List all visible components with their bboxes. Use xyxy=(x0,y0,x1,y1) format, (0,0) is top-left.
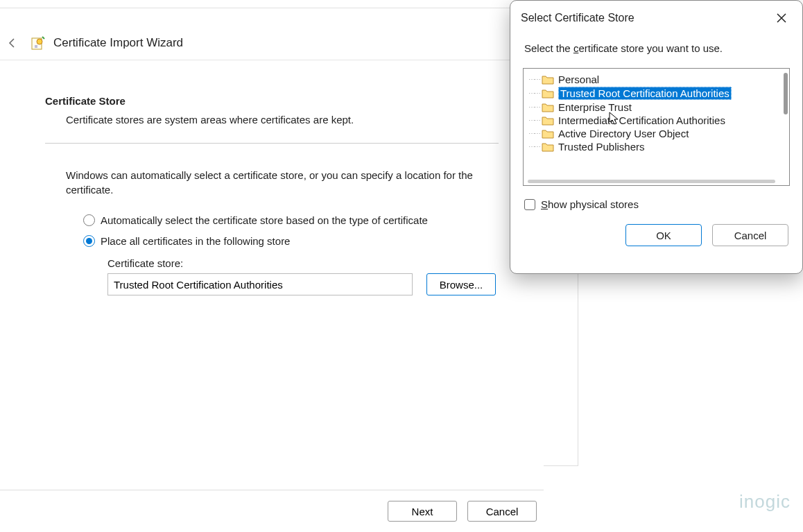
tree-item[interactable]: ⋯⋯Active Directory User Object xyxy=(526,127,786,140)
tree-item-label: Trusted Publishers xyxy=(558,141,645,153)
browse-button[interactable]: Browse... xyxy=(426,273,496,295)
radio-auto-select[interactable]: Automatically select the certificate sto… xyxy=(83,214,499,226)
store-tree[interactable]: ⋯⋯Personal⋯⋯Trusted Root Certification A… xyxy=(523,68,790,186)
radio-auto-label: Automatically select the certificate sto… xyxy=(101,214,428,226)
svg-point-1 xyxy=(37,39,42,44)
tree-item-label: Personal xyxy=(558,74,599,85)
tree-item[interactable]: ⋯⋯Intermediate Certification Authorities xyxy=(526,114,786,127)
certificate-import-wizard: Certificate Import Wizard Certificate St… xyxy=(0,26,544,532)
wizard-header: Certificate Import Wizard xyxy=(0,26,544,60)
dialog-title: Select Certificate Store xyxy=(521,12,634,24)
wizard-title: Certificate Import Wizard xyxy=(53,36,183,50)
wizard-body: Certificate Store Certificate stores are… xyxy=(0,60,544,295)
folder-icon xyxy=(542,129,554,139)
tree-item-label: Trusted Root Certification Authorities xyxy=(558,87,732,100)
folder-icon xyxy=(542,103,554,112)
folder-icon xyxy=(542,75,554,85)
tree-item-label: Intermediate Certification Authorities xyxy=(558,114,725,126)
horizontal-scrollbar[interactable] xyxy=(528,180,775,183)
radio-place-label: Place all certificates in the following … xyxy=(101,235,290,247)
back-arrow-icon[interactable] xyxy=(6,36,19,50)
radio-icon xyxy=(83,214,95,226)
close-icon[interactable] xyxy=(771,8,792,28)
dialog-footer: OK Cancel xyxy=(510,210,802,257)
vertical-scrollbar[interactable] xyxy=(784,73,788,114)
ok-button[interactable]: OK xyxy=(625,224,702,246)
radio-group: Automatically select the certificate sto… xyxy=(45,214,499,247)
certificate-store-input[interactable] xyxy=(107,273,413,295)
dialog-cancel-button[interactable]: Cancel xyxy=(712,224,788,246)
next-button[interactable]: Next xyxy=(388,501,457,522)
folder-icon xyxy=(542,89,554,98)
tree-item[interactable]: ⋯⋯Trusted Publishers xyxy=(526,140,786,153)
section-divider xyxy=(45,143,499,144)
watermark: inogic xyxy=(739,491,791,513)
store-label: Certificate store: xyxy=(107,257,499,269)
select-certificate-store-dialog: Select Certificate Store Select the cert… xyxy=(510,0,803,274)
section-description: Certificate stores are system areas wher… xyxy=(45,114,499,126)
tree-item[interactable]: ⋯⋯Enterprise Trust xyxy=(526,101,786,114)
tree-item-label: Enterprise Trust xyxy=(558,101,632,113)
certificate-icon xyxy=(30,35,46,51)
tree-item-label: Active Directory User Object xyxy=(558,128,689,139)
instruction-text: Windows can automatically select a certi… xyxy=(45,168,489,197)
radio-icon xyxy=(83,235,95,247)
dialog-header: Select Certificate Store xyxy=(510,1,802,32)
tree-item[interactable]: ⋯⋯Personal xyxy=(526,73,786,86)
folder-icon xyxy=(542,116,554,126)
show-physical-stores-checkbox[interactable]: Show physical stores xyxy=(510,186,802,210)
wizard-cancel-button[interactable]: Cancel xyxy=(467,501,537,522)
dialog-instruction: Select the certificate store you want to… xyxy=(510,32,802,68)
section-title: Certificate Store xyxy=(45,95,499,107)
checkbox-icon xyxy=(524,199,535,210)
radio-place-all[interactable]: Place all certificates in the following … xyxy=(83,235,499,247)
tree-item[interactable]: ⋯⋯Trusted Root Certification Authorities xyxy=(526,86,786,101)
folder-icon xyxy=(542,142,554,152)
certificate-store-section: Certificate store: Browse... xyxy=(45,257,499,295)
wizard-footer: Next Cancel xyxy=(0,490,544,532)
